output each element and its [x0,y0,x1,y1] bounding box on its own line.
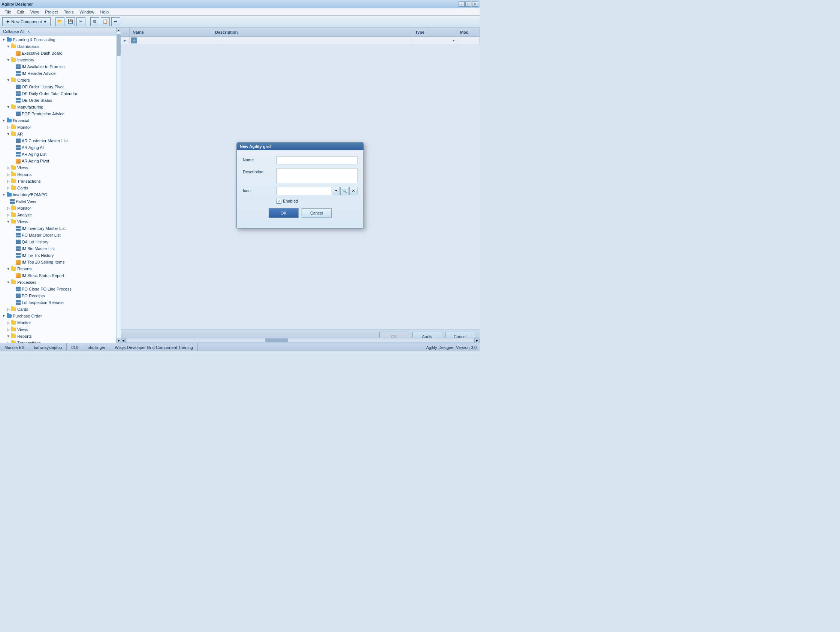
icon-dropdown-button[interactable]: ▼ [333,187,339,195]
paste-button[interactable]: 📋 [101,17,110,26]
tree-toggle-analyze[interactable]: ▷ [6,213,11,217]
tree-toggle-inv-bom[interactable]: ▼ [2,192,6,197]
sidebar-item-reports[interactable]: ▷ Reports [0,171,116,178]
collapse-all-button[interactable]: Collapse All ↖ [0,28,116,36]
tree-toggle-orders[interactable]: ▼ [6,78,11,82]
sidebar-item-monitor[interactable]: ▷ Monitor [0,124,116,131]
sidebar-item-cards2[interactable]: ▷ Cards [0,306,116,313]
sidebar-item-ar-aging-pivot[interactable]: AR Aging Pivot [0,158,116,164]
sidebar-item-views3[interactable]: ▷ Views [0,326,116,333]
sidebar-item-dashboards[interactable]: ▼ Dashboards [0,43,116,50]
maximize-button[interactable]: □ [465,2,471,7]
menu-project[interactable]: Project [42,9,61,15]
tree-toggle-views3[interactable]: ▷ [6,327,11,332]
sidebar-item-im-bin[interactable]: IM Bin Master List [0,245,116,252]
sidebar-scrollbar[interactable]: ▲ ▼ [116,28,121,343]
sidebar-item-views[interactable]: ▷ Views [0,164,116,171]
sidebar-item-oe-status[interactable]: OE Order Status [0,97,116,104]
cut-button[interactable]: ✂ [76,17,85,26]
dialog-cancel-button[interactable]: Cancel [302,208,332,218]
sidebar-item-inventory-bom[interactable]: ▼ Inventory/BOM/PO [0,191,116,198]
menu-view[interactable]: View [27,9,42,15]
sidebar-item-pallet-view[interactable]: Pallet View [0,198,116,205]
close-button[interactable]: × [472,2,478,7]
menu-window[interactable]: Window [76,9,97,15]
sidebar-scroll-track[interactable] [117,32,121,339]
menu-tools[interactable]: Tools [61,9,77,15]
tree-toggle-planning[interactable]: ▼ [2,38,6,42]
sidebar-item-lot-inspection[interactable]: Lot Inspection Release [0,299,116,306]
sidebar-item-im-top20[interactable]: IM Top 20 Selling Items [0,259,116,265]
dialog-description-input[interactable] [276,168,357,183]
sidebar-item-im-reorder[interactable]: IM Reorder Advice [0,70,116,77]
sidebar-item-inventory[interactable]: ▼ Inventory [0,57,116,63]
tree-toggle-trans2[interactable]: ▷ [6,341,11,343]
sidebar-item-im-avail[interactable]: IM Available to Promise [0,63,116,70]
tree-toggle-views2[interactable]: ▼ [6,219,11,224]
tree-toggle-reports[interactable]: ▷ [6,172,11,177]
undo-button[interactable]: ↩ [111,17,120,26]
menu-help[interactable]: Help [97,9,112,15]
tree-toggle-monitor[interactable]: ▷ [6,125,11,129]
sidebar-item-monitor3[interactable]: ▷ Monitor [0,319,116,326]
tree-toggle-views[interactable]: ▷ [6,165,11,170]
new-component-button[interactable]: ✦ New Component ▼ [2,17,51,26]
tree-toggle-monitor2[interactable]: ▷ [6,206,11,210]
tree-toggle-reports2[interactable]: ▼ [6,266,11,271]
icon-clear-button[interactable]: ✕ [349,187,357,195]
tree-toggle-mfg[interactable]: ▼ [6,105,11,109]
sidebar-item-views2[interactable]: ▼ Views [0,218,116,225]
dialog-ok-button[interactable]: OK [268,208,298,218]
sidebar-item-ar-aging-all[interactable]: AR Aging All [0,144,116,151]
tree-toggle-dashboards[interactable]: ▼ [6,44,11,49]
sidebar-item-processes[interactable]: ▼ Processes [0,279,116,286]
sidebar-item-ar-aging-list[interactable]: AR Aging List [0,151,116,158]
sidebar-item-im-stock[interactable]: IM Stock Status Report [0,272,116,279]
tree-toggle-financial[interactable]: ▼ [2,118,6,123]
tree-toggle-ar[interactable]: ▼ [6,132,11,136]
copy-button[interactable]: ⧉ [90,17,99,26]
sidebar-item-po-close[interactable]: PO Close PO Line Process [0,286,116,292]
sidebar-item-financial[interactable]: ▼ Financial [0,117,116,124]
sidebar-item-purchase-order[interactable]: ▼ Purchase Order [0,313,116,319]
sidebar-item-transactions2[interactable]: ▷ Transactions [0,340,116,343]
sidebar-item-im-inventory[interactable]: IM Inventory Master List [0,225,116,232]
save-button[interactable]: 💾 [66,17,75,26]
tree-toggle-cards[interactable]: ▷ [6,186,11,190]
tree-toggle-trans[interactable]: ▷ [6,179,11,183]
dialog-name-input[interactable] [276,156,357,164]
sidebar-item-planning[interactable]: ▼ Planning & Forecasting [0,36,116,43]
sidebar-item-reports2[interactable]: ▼ Reports [0,265,116,272]
sidebar-item-monitor2[interactable]: ▷ Monitor [0,205,116,211]
tree-toggle-cards2[interactable]: ▷ [6,307,11,312]
enabled-checkbox[interactable]: ✓ [276,199,281,204]
sidebar-item-im-inv-trx[interactable]: IM Inv Trx History [0,252,116,259]
minimize-button[interactable]: − [459,2,464,7]
dialog-icon-input[interactable] [276,187,332,195]
sidebar-item-analyze[interactable]: ▷ Analyze [0,211,116,218]
icon-browse-button[interactable]: 🔍 [340,187,349,195]
sidebar-item-qa-lot[interactable]: QA Lot History [0,238,116,245]
sidebar-item-ar-customer[interactable]: AR Customer Master List [0,137,116,144]
sidebar-item-oe-daily[interactable]: OE Daily Order Total Calendar [0,90,116,97]
menu-edit[interactable]: Edit [14,9,27,15]
sidebar-item-pop-prod[interactable]: POP Production Advice [0,110,116,117]
open-button[interactable]: 📂 [55,17,65,26]
sidebar-item-oe-history[interactable]: OE Order History Pivot [0,84,116,90]
sidebar-scroll-thumb[interactable] [117,34,121,56]
sidebar-item-transactions[interactable]: ▷ Transactions [0,178,116,184]
sidebar-item-exec-dash[interactable]: Executive Dash Board [0,50,116,57]
sidebar-item-ar[interactable]: ▼ AR [0,131,116,137]
sidebar-item-po-receipts[interactable]: PO Receipts [0,292,116,299]
sidebar-item-reports3[interactable]: ▼ Reports [0,333,116,340]
sidebar-item-manufacturing[interactable]: ▼ Manufacturing [0,104,116,110]
sidebar-item-po-master[interactable]: PO Master Order List [0,232,116,238]
sidebar-item-cards[interactable]: ▷ Cards [0,184,116,191]
tree-toggle-reports3[interactable]: ▼ [6,334,11,339]
menu-file[interactable]: File [2,9,14,15]
tree-toggle-inventory[interactable]: ▼ [6,58,11,62]
tree-toggle-proc[interactable]: ▼ [6,280,11,285]
sidebar-item-orders[interactable]: ▼ Orders [0,77,116,84]
tree-toggle-po[interactable]: ▼ [2,314,6,318]
tree-toggle-monitor3[interactable]: ▷ [6,320,11,325]
